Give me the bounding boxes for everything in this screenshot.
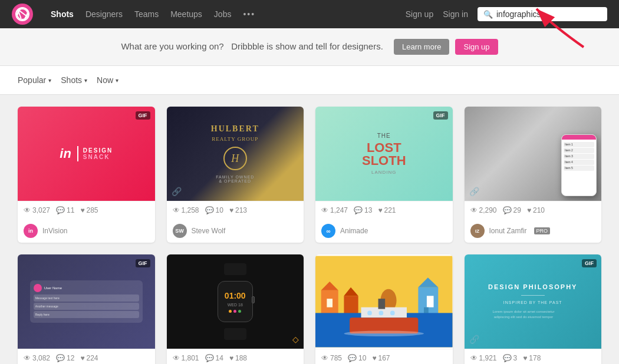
learn-more-button[interactable]: Learn more — [394, 39, 449, 55]
svg-point-25 — [344, 330, 424, 336]
svg-rect-21 — [378, 299, 386, 309]
svg-point-1 — [17, 9, 28, 19]
nav-jobs[interactable]: Jobs — [214, 9, 232, 19]
sign-up-link[interactable]: Sign up — [406, 9, 433, 19]
navbar: Shots Designers Teams Meetups Jobs ••• S… — [0, 0, 619, 28]
svg-line-2 — [18, 9, 27, 16]
link-icon: 🔗 — [469, 335, 479, 344]
shot-card[interactable]: THE LOSTSLOTH LANDING GIF 👁 1,247 💬 13 ♥… — [315, 107, 453, 243]
author-name[interactable]: InVision — [42, 227, 67, 235]
shots-grid: in DESIGN SNACK GIF 👁 3,027 💬 11 ♥ 285 i… — [0, 95, 619, 364]
nav-designers[interactable]: Designers — [85, 9, 123, 19]
shot-card[interactable]: HULBERT REALTY GROUP H FAMILY OWNED& OPE… — [167, 107, 304, 243]
shot-stats: 👁 1,258 💬 10 ♥ 213 — [167, 201, 304, 219]
shot-author-info: IZ Ionut Zamfir PRO — [465, 219, 602, 243]
nav-shots[interactable]: Shots — [51, 9, 74, 19]
shot-stats: 👁 2,290 💬 29 ♥ 210 — [465, 201, 602, 219]
shot-stats: 👁 1,801 💬 14 ♥ 188 — [167, 349, 304, 364]
avatar: IZ — [470, 224, 485, 238]
gif-badge: GIF — [136, 259, 150, 267]
shot-author-info: ∞ Animade — [315, 219, 453, 243]
comments-stat: 💬 11 — [56, 206, 74, 214]
shot-card[interactable]: Item 1 Item 2 Item 3 Item 4 Item 5 🔗 👁 2… — [465, 107, 602, 243]
shot-thumbnail: User Name Message text here Another mess… — [18, 254, 155, 349]
shot-thumbnail: Item 1 Item 2 Item 3 Item 4 Item 5 🔗 — [465, 107, 602, 201]
nav-right: Sign up Sign in 🔍 — [406, 7, 607, 21]
shot-card[interactable]: User Name Message text here Another mess… — [18, 254, 155, 364]
gif-badge: GIF — [136, 111, 150, 120]
author-name[interactable]: Animade — [340, 227, 368, 235]
author-name[interactable]: Steve Wolf — [192, 227, 226, 235]
shot-thumbnail: THE LOSTSLOTH LANDING GIF — [315, 107, 453, 201]
shot-stats: 👁 785 💬 10 ♥ 167 — [315, 349, 453, 364]
search-icon: 🔍 — [483, 10, 493, 19]
svg-line-3 — [17, 8, 21, 15]
banner-question: What are you working on? — [121, 41, 223, 51]
shot-card[interactable]: DESIGN PHILOSOPHY INSPIRED BY THE PAST L… — [465, 254, 602, 364]
search-input[interactable] — [496, 9, 601, 19]
avatar: in — [24, 224, 38, 238]
search-box: 🔍 — [478, 7, 607, 21]
filter-popular[interactable]: Popular ▾ — [18, 75, 51, 85]
avatar: SW — [173, 224, 187, 238]
chevron-down-icon: ▾ — [48, 77, 51, 84]
shot-thumbnail: HULBERT REALTY GROUP H FAMILY OWNED& OPE… — [167, 107, 304, 201]
svg-point-22 — [367, 311, 372, 316]
filter-shots[interactable]: Shots ▾ — [61, 75, 87, 85]
sign-in-link[interactable]: Sign in — [443, 9, 468, 19]
shot-stats: 👁 3,027 💬 11 ♥ 285 — [18, 201, 155, 219]
shot-card[interactable]: in DESIGN SNACK GIF 👁 3,027 💬 11 ♥ 285 i… — [18, 107, 155, 243]
shot-stats: 👁 1,921 💬 3 ♥ 178 — [465, 349, 602, 364]
banner: What are you working on? Dribbble is sho… — [0, 28, 619, 66]
nav-meetups[interactable]: Meetups — [170, 9, 202, 19]
shot-stats: 👁 3,082 💬 12 ♥ 224 — [18, 349, 155, 364]
banner-signup-button[interactable]: Sign up — [455, 39, 498, 55]
chevron-down-icon: ▾ — [84, 77, 87, 84]
svg-point-23 — [379, 311, 384, 316]
logo[interactable] — [12, 4, 33, 25]
shot-card[interactable]: 01:00 WED 18 ◇ 👁 — [167, 254, 304, 364]
likes-stat: ♥ 285 — [80, 206, 98, 214]
gif-badge: GIF — [582, 259, 597, 267]
shot-stats: 👁 1,247 💬 13 ♥ 221 — [315, 201, 453, 219]
svg-rect-14 — [427, 296, 434, 307]
chevron-down-icon: ▾ — [116, 77, 118, 84]
author-name[interactable]: Ionut Zamfir — [489, 227, 527, 235]
avatar: ∞ — [321, 224, 335, 238]
filters-bar: Popular ▾ Shots ▾ Now ▾ — [0, 66, 619, 95]
svg-point-24 — [390, 311, 395, 316]
filter-now[interactable]: Now ▾ — [97, 75, 118, 85]
shot-thumbnail: in DESIGN SNACK GIF — [18, 107, 155, 201]
shot-thumbnail: 01:00 WED 18 ◇ — [167, 254, 304, 349]
nav-more[interactable]: ••• — [243, 9, 255, 19]
svg-point-0 — [13, 5, 32, 24]
shot-author-info: SW Steve Wolf — [167, 219, 304, 243]
views-stat: 👁 3,027 — [24, 206, 50, 214]
svg-rect-9 — [327, 299, 332, 307]
shot-thumbnail — [315, 254, 453, 349]
link-icon: 🔗 — [172, 187, 182, 196]
nav-links: Shots Designers Teams Meetups Jobs ••• — [51, 9, 255, 19]
nav-teams[interactable]: Teams — [134, 9, 159, 19]
shot-thumbnail: DESIGN PHILOSOPHY INSPIRED BY THE PAST L… — [465, 254, 602, 349]
gif-badge: GIF — [433, 111, 448, 120]
svg-line-4 — [24, 13, 28, 20]
shot-author-info: in InVision — [18, 219, 155, 243]
banner-tagline: Dribbble is show and tell for designers. — [231, 41, 383, 51]
shot-card[interactable]: 👁 785 💬 10 ♥ 167 U7 User7 — [315, 254, 453, 364]
link-icon: 🔗 — [469, 187, 479, 196]
pro-badge: PRO — [534, 227, 551, 234]
